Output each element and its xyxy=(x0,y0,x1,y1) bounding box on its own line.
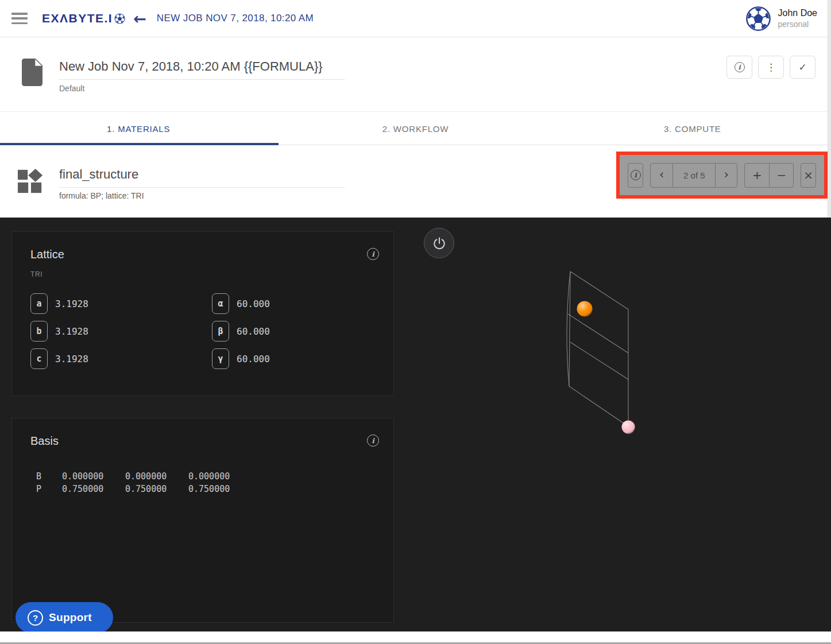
lattice-info-icon[interactable]: i xyxy=(367,248,379,260)
soccer-ball-icon xyxy=(114,13,125,24)
basis-x: 0.750000 xyxy=(62,483,125,496)
job-info-button[interactable]: i xyxy=(726,56,752,79)
pager-next-button[interactable]: › xyxy=(715,164,737,187)
workflow-step-tabs: 1. MATERIALS 2. WORKFLOW 3. COMPUTE xyxy=(0,112,831,145)
user-account: personal xyxy=(778,19,818,29)
lattice-param-c: c 3.1928 xyxy=(30,348,212,369)
basis-info-icon[interactable]: i xyxy=(367,434,379,447)
remove-material-button[interactable]: − xyxy=(769,164,793,187)
basis-atom-row: P 0.750000 0.750000 0.750000 xyxy=(36,483,393,496)
material-header: final_structure formula: BP; lattice: TR… xyxy=(0,145,831,218)
param-label: γ xyxy=(212,348,229,369)
basis-y: 0.000000 xyxy=(125,471,188,483)
avatar xyxy=(745,6,771,32)
param-label: b xyxy=(30,321,48,342)
tab-workflow[interactable]: 2. WORKFLOW xyxy=(277,112,554,145)
job-actions: i ⋮ ✓ xyxy=(726,56,815,79)
param-label: β xyxy=(212,321,229,342)
add-material-button[interactable]: + xyxy=(745,164,769,187)
basis-z: 0.750000 xyxy=(188,483,252,496)
material-name[interactable]: final_structure xyxy=(59,167,345,188)
material-pager: ‹ 2 of 5 › xyxy=(650,163,737,188)
material-toolbar-highlighted: i ‹ 2 of 5 › + − × xyxy=(616,152,828,199)
basis-title: Basis xyxy=(30,434,393,448)
param-value: 3.1928 xyxy=(55,326,88,337)
basis-panel: Basis i B 0.000000 0.000000 0.000000 P 0… xyxy=(11,418,394,623)
support-button[interactable]: ? Support xyxy=(16,602,113,633)
logo-text: EXΛBYTE.I xyxy=(42,11,113,25)
material-info-button[interactable]: i xyxy=(628,163,643,188)
back-arrow-icon[interactable]: ← xyxy=(133,11,146,26)
file-icon xyxy=(22,59,42,86)
tab-materials[interactable]: 1. MATERIALS xyxy=(0,112,277,145)
topbar-job-title: NEW JOB NOV 7, 2018, 10:20 AM xyxy=(157,13,314,24)
lattice-param-b: b 3.1928 xyxy=(30,321,212,342)
param-label: a xyxy=(30,293,48,314)
lattice-param-gamma: γ 60.000 xyxy=(212,348,393,369)
exabyte-logo[interactable]: EXΛBYTE.I xyxy=(42,11,125,25)
atom-B xyxy=(622,421,635,434)
user-menu[interactable]: John Doe personal xyxy=(745,6,818,32)
param-value: 60.000 xyxy=(237,354,270,364)
menu-icon[interactable] xyxy=(11,13,28,24)
basis-table: B 0.000000 0.000000 0.000000 P 0.750000 … xyxy=(36,471,393,495)
info-icon: i xyxy=(735,62,745,72)
param-value: 3.1928 xyxy=(55,298,88,309)
job-submit-button[interactable]: ✓ xyxy=(790,56,815,79)
vertical-scrollbar-track[interactable] xyxy=(828,0,831,218)
question-icon: ? xyxy=(28,610,43,626)
material-subtitle: formula: BP; lattice: TRI xyxy=(59,191,345,200)
job-subtitle: Default xyxy=(59,84,345,93)
param-value: 60.000 xyxy=(237,298,270,309)
top-app-bar: EXΛBYTE.I ← NEW JOB NOV 7, 2018, 10:20 A… xyxy=(0,0,831,37)
basis-y: 0.750000 xyxy=(125,483,188,496)
lattice-param-beta: β 60.000 xyxy=(212,321,393,342)
param-label: c xyxy=(30,348,48,369)
lattice-title: Lattice xyxy=(30,248,393,261)
lattice-type: TRI xyxy=(30,270,393,278)
lattice-panel: Lattice i TRI a 3.1928 b 3.1928 c 3.1928 xyxy=(11,231,394,396)
basis-z: 0.000000 xyxy=(188,471,252,483)
unit-cell-wireframe xyxy=(567,271,628,426)
job-more-button[interactable]: ⋮ xyxy=(758,56,784,79)
basis-x: 0.000000 xyxy=(62,471,125,483)
param-label: α xyxy=(212,293,229,314)
pager-prev-button[interactable]: ‹ xyxy=(651,164,672,187)
basis-element: B xyxy=(36,471,62,483)
basis-atom-row: B 0.000000 0.000000 0.000000 xyxy=(36,471,393,483)
crystal-structure-3d-view[interactable] xyxy=(402,218,831,631)
pager-label: 2 of 5 xyxy=(672,164,715,187)
job-title[interactable]: New Job Nov 7, 2018, 10:20 AM {{FORMULA}… xyxy=(59,59,345,80)
atom-P xyxy=(577,301,593,317)
tab-compute[interactable]: 3. COMPUTE xyxy=(554,112,831,145)
job-header: New Job Nov 7, 2018, 10:20 AM {{FORMULA}… xyxy=(0,38,831,112)
param-value: 60.000 xyxy=(237,326,270,337)
close-material-button[interactable]: × xyxy=(801,163,816,188)
material-viewer-workspace: Lattice i TRI a 3.1928 b 3.1928 c 3.1928 xyxy=(0,218,831,631)
material-add-remove-group: + − xyxy=(744,163,794,188)
material-icon xyxy=(17,168,44,195)
info-icon: i xyxy=(631,170,641,180)
user-name: John Doe xyxy=(778,7,818,20)
support-label: Support xyxy=(49,611,92,624)
param-value: 3.1928 xyxy=(55,354,88,364)
lattice-param-alpha: α 60.000 xyxy=(212,293,393,314)
lattice-param-a: a 3.1928 xyxy=(30,293,212,314)
horizontal-scrollbar-track[interactable] xyxy=(0,631,831,644)
basis-element: P xyxy=(36,483,62,496)
